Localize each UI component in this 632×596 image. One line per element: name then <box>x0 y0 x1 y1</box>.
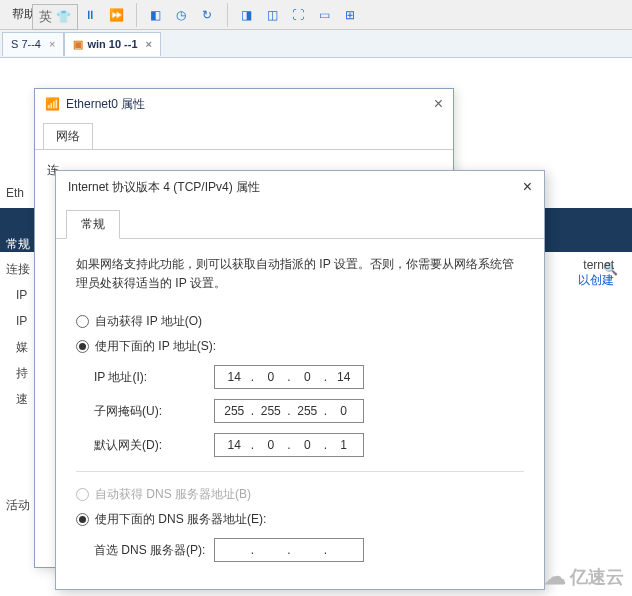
radio-icon-selected <box>76 513 89 526</box>
dialog-tabs: 常规 <box>56 203 544 239</box>
subnet-mask-label: 子网掩码(U): <box>94 403 214 420</box>
gateway-label: 默认网关(D): <box>94 437 214 454</box>
dialog-title: Ethernet0 属性 <box>66 96 145 113</box>
create-link[interactable]: 以创建 <box>578 272 614 289</box>
radio-label: 使用下面的 IP 地址(S): <box>95 338 216 355</box>
toolbar-btn-view1[interactable]: ◨ <box>234 3 258 27</box>
watermark-text: 亿速云 <box>570 565 624 589</box>
dialog-body: 如果网络支持此功能，则可以获取自动指派的 IP 设置。否则，你需要从网络系统管理… <box>56 239 544 588</box>
main-toolbar: 帮助 ▶ ⏸ ⏩ ◧ ◷ ↻ ◨ ◫ ⛶ ▭ ⊞ <box>0 0 632 30</box>
dialog-titlebar[interactable]: Internet 协议版本 4 (TCP/IPv4) 属性 × <box>56 171 544 203</box>
toolbar-btn-fit[interactable]: ▭ <box>312 3 336 27</box>
toolbar-btn-suspend[interactable]: ⏩ <box>104 3 128 27</box>
network-tab[interactable]: 网络 <box>43 123 93 149</box>
dialog-tabs: 网络 <box>35 119 453 150</box>
vm-tab-2[interactable]: ▣ win 10 --1 × <box>64 32 161 56</box>
subnet-mask-row: 子网掩码(U): 255. 255. 255. 0 <box>94 399 524 423</box>
description-text: 如果网络支持此功能，则可以获取自动指派的 IP 设置。否则，你需要从网络系统管理… <box>76 255 524 293</box>
radio-label: 自动获得 DNS 服务器地址(B) <box>95 486 251 503</box>
ip-address-input[interactable]: 14. 0. 0. 14 <box>214 365 364 389</box>
radio-icon-selected <box>76 340 89 353</box>
radio-label: 使用下面的 DNS 服务器地址(E): <box>95 511 266 528</box>
vm-icon: ▣ <box>73 38 83 51</box>
watermark: ☁ 亿速云 <box>544 564 624 590</box>
text-frag: ternet <box>578 258 614 272</box>
dns-primary-label: 首选 DNS 服务器(P): <box>94 542 214 559</box>
tab-label: S 7--4 <box>11 38 41 50</box>
general-nav[interactable]: 常规 <box>6 236 30 253</box>
dns-primary-input[interactable]: . . . <box>214 538 364 562</box>
vm-tab-1[interactable]: S 7--4 × <box>2 32 64 56</box>
radio-dns-auto: 自动获得 DNS 服务器地址(B) <box>76 486 524 503</box>
radio-ip-auto[interactable]: 自动获得 IP 地址(O) <box>76 313 524 330</box>
general-tab[interactable]: 常规 <box>66 210 120 239</box>
gateway-row: 默认网关(D): 14. 0. 0. 1 <box>94 433 524 457</box>
ime-text: 英 <box>39 8 52 26</box>
toolbar-btn-view2[interactable]: ◫ <box>260 3 284 27</box>
ime-badge: 英 👕 <box>32 4 78 30</box>
ip-address-label: IP 地址(I): <box>94 369 214 386</box>
dialog-titlebar[interactable]: 📶 Ethernet0 属性 × <box>35 89 453 119</box>
radio-ip-manual[interactable]: 使用下面的 IP 地址(S): <box>76 338 524 355</box>
close-icon[interactable]: × <box>434 95 443 113</box>
dns-primary-row: 首选 DNS 服务器(P): . . . <box>94 538 524 562</box>
toolbar-btn-pause[interactable]: ⏸ <box>78 3 102 27</box>
close-icon[interactable]: × <box>49 38 55 50</box>
subnet-mask-input[interactable]: 255. 255. 255. 0 <box>214 399 364 423</box>
dialog-title: Internet 协议版本 4 (TCP/IPv4) 属性 <box>68 179 260 196</box>
radio-icon <box>76 488 89 501</box>
radio-dns-manual[interactable]: 使用下面的 DNS 服务器地址(E): <box>76 511 524 528</box>
right-fragment: ternet 以创建 <box>578 258 614 289</box>
toolbar-btn-refresh[interactable]: ↻ <box>195 3 219 27</box>
toolbar-btn-fullscreen[interactable]: ⛶ <box>286 3 310 27</box>
radio-label: 自动获得 IP 地址(O) <box>95 313 202 330</box>
cloud-icon: ☁ <box>544 564 566 590</box>
toolbar-btn-clock[interactable]: ◷ <box>169 3 193 27</box>
toolbar-btn-snapshot[interactable]: ◧ <box>143 3 167 27</box>
separator <box>76 471 524 472</box>
radio-icon <box>76 315 89 328</box>
gateway-input[interactable]: 14. 0. 0. 1 <box>214 433 364 457</box>
shirt-icon: 👕 <box>56 10 71 24</box>
toolbar-btn-unity[interactable]: ⊞ <box>338 3 362 27</box>
network-adapter-icon: 📶 <box>45 97 60 111</box>
tab-label: win 10 --1 <box>87 38 137 50</box>
eth-label: Eth <box>6 186 24 200</box>
ipv4-properties-dialog: Internet 协议版本 4 (TCP/IPv4) 属性 × 常规 如果网络支… <box>55 170 545 590</box>
close-icon[interactable]: × <box>146 38 152 50</box>
ip-address-row: IP 地址(I): 14. 0. 0. 14 <box>94 365 524 389</box>
vm-tabstrip: S 7--4 × ▣ win 10 --1 × <box>0 30 632 58</box>
close-icon[interactable]: × <box>523 178 532 196</box>
